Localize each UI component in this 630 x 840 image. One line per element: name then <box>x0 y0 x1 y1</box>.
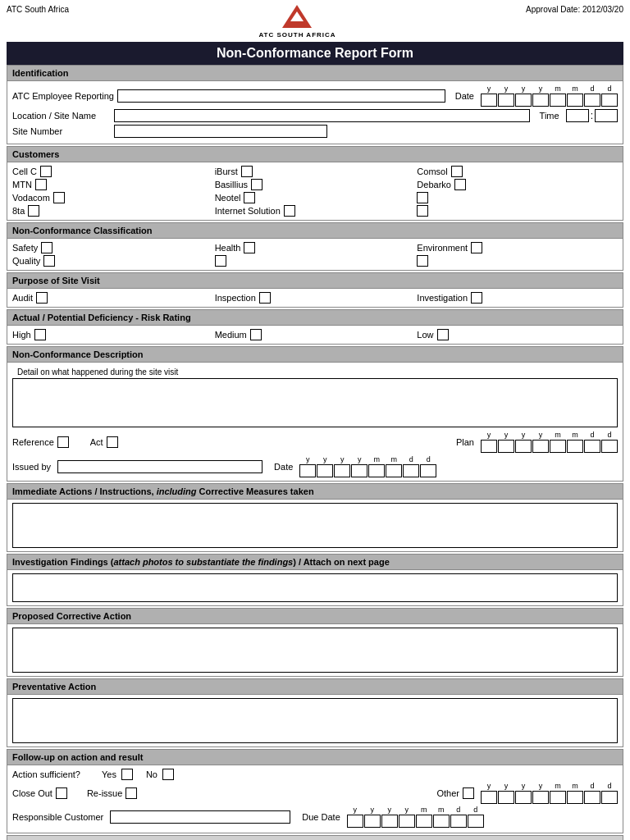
due-date-y1[interactable] <box>347 815 363 828</box>
other-label: Other <box>436 788 459 798</box>
yes-checkbox[interactable] <box>121 769 133 780</box>
customer-8ta: 8ta <box>12 205 213 217</box>
due-date-y3[interactable] <box>381 815 398 828</box>
reissue-checkbox[interactable] <box>126 788 137 799</box>
investigation-attach: Attach on next page <box>304 557 390 567</box>
investigation-checkbox[interactable] <box>471 292 482 304</box>
plan-date-y2[interactable] <box>498 440 514 453</box>
purpose-audit: Audit <box>12 292 213 304</box>
plan-date-y4[interactable] <box>532 440 549 453</box>
8ta-checkbox[interactable] <box>28 205 39 217</box>
date-m1[interactable] <box>550 94 566 107</box>
due-date-m1[interactable] <box>416 815 432 828</box>
other-date-m1[interactable] <box>550 791 566 804</box>
other-date-y1[interactable] <box>481 791 497 804</box>
debarko-checkbox[interactable] <box>454 179 466 190</box>
issued-input[interactable] <box>57 460 262 473</box>
close-out-label: Close Out <box>12 788 52 798</box>
plan-date-m1[interactable] <box>550 440 566 453</box>
date-d2[interactable] <box>601 94 618 107</box>
time-minute[interactable] <box>595 109 618 122</box>
corrective-textarea[interactable] <box>12 628 618 673</box>
date-m2[interactable] <box>567 94 583 107</box>
neotel-checkbox[interactable] <box>244 192 255 203</box>
time-hour[interactable] <box>566 109 589 122</box>
other-date-m2[interactable] <box>567 791 583 804</box>
other-date-d2[interactable] <box>601 791 618 804</box>
issued-date-y2[interactable] <box>317 464 333 477</box>
issued-date-y3[interactable] <box>334 464 350 477</box>
date-y3[interactable] <box>515 94 532 107</box>
class-empty1-checkbox[interactable] <box>215 255 226 267</box>
vodacom-checkbox[interactable] <box>53 192 65 203</box>
empty1-checkbox[interactable] <box>417 192 428 203</box>
responsible-label: Responsible Customer <box>12 812 103 822</box>
date-y4[interactable] <box>532 94 549 107</box>
date-y1[interactable] <box>481 94 497 107</box>
location-input[interactable] <box>114 109 530 122</box>
description-textarea[interactable] <box>12 378 618 427</box>
due-date-d1[interactable] <box>450 815 467 828</box>
high-checkbox[interactable] <box>34 329 46 340</box>
close-out-row: Close Out Re-issue Other yyyy mm dd <box>12 782 618 804</box>
basillius-checkbox[interactable] <box>251 179 262 190</box>
internet-solution-checkbox[interactable] <box>284 205 295 217</box>
classification-header: Non-Conformance Classification <box>7 222 623 239</box>
other-checkbox[interactable] <box>463 788 474 799</box>
plan-date-d1[interactable] <box>584 440 600 453</box>
other-date-y4[interactable] <box>532 791 549 804</box>
quality-checkbox[interactable] <box>43 255 55 267</box>
no-checkbox[interactable] <box>162 769 174 780</box>
close-out-checkbox[interactable] <box>56 788 67 799</box>
due-date-d2[interactable] <box>468 815 484 828</box>
responsible-input[interactable] <box>110 810 290 824</box>
audit-checkbox[interactable] <box>36 292 48 304</box>
class-empty2-checkbox[interactable] <box>417 255 428 267</box>
health-checkbox[interactable] <box>244 242 255 253</box>
iburst-checkbox[interactable] <box>241 166 253 177</box>
plan-date-d2[interactable] <box>601 440 618 453</box>
preventative-header: Preventative Action <box>7 678 623 695</box>
empty2-checkbox[interactable] <box>417 205 428 217</box>
due-date-y4[interactable] <box>399 815 415 828</box>
issued-date-m1[interactable] <box>368 464 385 477</box>
action-sufficient-row: Action sufficient? Yes No <box>12 769 618 780</box>
investigation-label: Investigation <box>417 293 468 303</box>
risk-medium: Medium <box>215 329 416 340</box>
date-y2[interactable] <box>498 94 514 107</box>
investigation-textarea[interactable] <box>12 573 618 602</box>
issued-date-y1[interactable] <box>299 464 316 477</box>
issued-date-m2[interactable] <box>386 464 402 477</box>
comsol-checkbox[interactable] <box>451 166 463 177</box>
medium-checkbox[interactable] <box>250 329 262 340</box>
act-checkbox[interactable] <box>107 436 118 448</box>
other-date-y3[interactable] <box>515 791 532 804</box>
site-input[interactable] <box>114 125 327 138</box>
customer-vodacom: Vodacom <box>12 192 213 203</box>
date-d1[interactable] <box>584 94 600 107</box>
environment-checkbox[interactable] <box>471 242 482 253</box>
purpose-investigation: Investigation <box>417 292 618 304</box>
environment-label: Environment <box>417 243 468 253</box>
immediate-textarea[interactable] <box>12 503 618 548</box>
issued-date-y4[interactable] <box>351 464 368 477</box>
reference-label: Reference <box>12 437 54 447</box>
issued-date-d1[interactable] <box>403 464 419 477</box>
due-date-y2[interactable] <box>364 815 381 828</box>
plan-date-y1[interactable] <box>481 440 497 453</box>
medium-label: Medium <box>215 330 247 340</box>
due-date-m2[interactable] <box>433 815 450 828</box>
issued-date-d2[interactable] <box>420 464 436 477</box>
other-date-y2[interactable] <box>498 791 514 804</box>
plan-date-m2[interactable] <box>567 440 583 453</box>
plan-date-y3[interactable] <box>515 440 532 453</box>
other-date-d1[interactable] <box>584 791 600 804</box>
cell-c-checkbox[interactable] <box>40 166 52 177</box>
preventative-textarea[interactable] <box>12 698 618 743</box>
inspection-checkbox[interactable] <box>259 292 271 304</box>
employee-input[interactable] <box>117 89 445 103</box>
mtn-checkbox[interactable] <box>35 179 47 190</box>
safety-checkbox[interactable] <box>41 242 52 253</box>
low-checkbox[interactable] <box>437 329 449 340</box>
reference-checkbox[interactable] <box>57 436 69 448</box>
